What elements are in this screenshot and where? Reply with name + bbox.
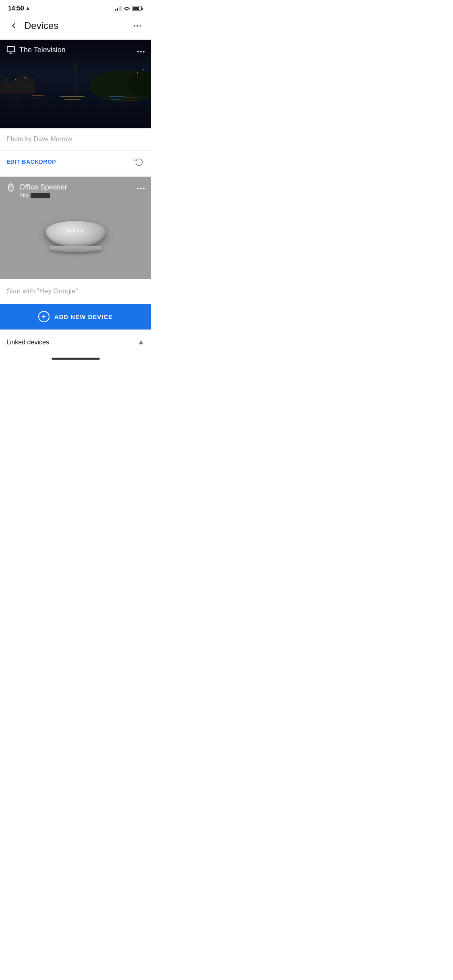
mini-dot (81, 230, 83, 232)
svg-point-56 (140, 188, 142, 189)
photo-credit: Photo by Dave Morrow (0, 128, 151, 150)
mini-dot (68, 230, 70, 232)
pin-redacted (31, 193, 50, 198)
mini-base (50, 246, 102, 252)
hey-google-text: Start with "Hey Google" (6, 287, 78, 295)
speaker-pin-row: PIN (19, 192, 67, 198)
back-button[interactable] (6, 19, 21, 33)
status-bar: 14:50 (0, 0, 151, 15)
hey-google-row: Start with "Hey Google" (0, 279, 151, 303)
battery-icon (132, 6, 143, 11)
home-indicator (0, 354, 151, 361)
mini-dot (72, 230, 74, 232)
svg-point-49 (140, 51, 142, 53)
tv-more-button[interactable] (137, 45, 145, 55)
tv-title-row: The Television (6, 45, 66, 54)
add-icon: + (38, 311, 50, 322)
speaker-card-header: Office Speaker PIN (0, 177, 151, 198)
add-device-label: ADD NEW DEVICE (54, 313, 113, 320)
svg-point-52 (10, 185, 12, 187)
mini-dot (77, 230, 79, 232)
svg-point-3 (140, 25, 141, 27)
svg-point-50 (143, 51, 145, 53)
linked-devices-label: Linked devices (6, 339, 49, 346)
wifi-icon (124, 6, 130, 11)
speaker-icon (6, 183, 15, 192)
page-title: Devices (21, 20, 130, 31)
speaker-more-button[interactable] (137, 183, 145, 191)
tv-device-name: The Television (19, 46, 66, 54)
svg-rect-45 (7, 47, 14, 52)
signal-icon (115, 6, 122, 11)
mini-body (46, 221, 106, 247)
tv-card-overlay: The Television (0, 40, 151, 128)
linked-devices-row[interactable]: Linked devices ▲ (0, 329, 151, 354)
speaker-device-name: Office Speaker (19, 183, 67, 191)
location-icon (25, 6, 30, 11)
svg-point-2 (137, 25, 138, 27)
svg-point-48 (137, 51, 139, 53)
edit-backdrop-row: EDIT BACKDROP (0, 150, 151, 173)
svg-point-57 (143, 188, 145, 189)
monitor-icon (6, 45, 15, 54)
nav-header: Devices (0, 15, 151, 39)
speaker-card[interactable]: Office Speaker PIN (0, 177, 151, 279)
edit-backdrop-button[interactable]: EDIT BACKDROP (6, 159, 56, 165)
home-mini-device (46, 218, 106, 252)
tv-card[interactable]: The Television (0, 40, 151, 128)
speaker-info: Office Speaker PIN (6, 183, 67, 198)
history-icon[interactable] (133, 156, 145, 167)
svg-point-1 (134, 25, 135, 27)
home-bar (52, 358, 100, 360)
speaker-text: Office Speaker PIN (19, 183, 67, 198)
svg-point-0 (126, 10, 128, 11)
mini-dots (68, 230, 83, 232)
svg-point-55 (137, 188, 139, 189)
more-menu-button[interactable] (130, 19, 145, 33)
tv-backdrop-image: The Television (0, 40, 151, 128)
status-icons (115, 6, 143, 11)
chevron-up-icon: ▲ (137, 338, 145, 346)
speaker-image-area (0, 198, 151, 279)
status-time: 14:50 (8, 5, 24, 12)
add-new-device-button[interactable]: + ADD NEW DEVICE (0, 304, 151, 329)
svg-rect-54 (10, 190, 12, 191)
